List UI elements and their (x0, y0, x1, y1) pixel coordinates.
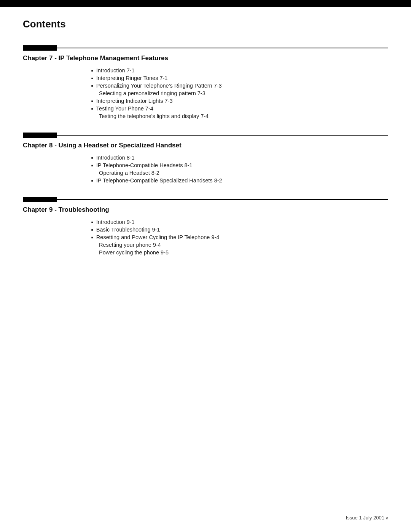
list-item: Interpreting Ringer Tones 7-1 (91, 75, 388, 81)
chapter-section-9: Chapter 9 - TroubleshootingIntroduction … (23, 197, 388, 256)
chapter-title-1: Chapter 8 - Using a Headset or Specializ… (23, 142, 388, 149)
list-item: Resetting your phone 9-4 (91, 242, 388, 248)
chapter-items-2: Introduction 9-1Basic Troubleshooting 9-… (23, 219, 388, 256)
chapter-section-8: Chapter 8 - Using a Headset or Specializ… (23, 133, 388, 184)
list-item: Selecting a personalized ringing pattern… (91, 90, 388, 96)
list-item: Testing the telephone's lights and displ… (91, 113, 388, 119)
chapter-title-2: Chapter 9 - Troubleshooting (23, 206, 388, 214)
list-item: Power cycling the phone 9-5 (91, 249, 388, 256)
content-area: Contents Chapter 7 - IP Telephone Manage… (0, 7, 411, 292)
list-item: IP Telephone-Compatible Specialized Hand… (91, 177, 388, 184)
chapter-items-0: Introduction 7-1Interpreting Ringer Tone… (23, 67, 388, 119)
list-item: Resetting and Power Cycling the IP Telep… (91, 234, 388, 240)
list-item: Introduction 9-1 (91, 219, 388, 225)
chapter-bar-accent-2 (23, 197, 57, 202)
list-item: Operating a Headset 8-2 (91, 170, 388, 176)
page-container: Contents Chapter 7 - IP Telephone Manage… (0, 0, 411, 532)
chapter-bar-line-0 (57, 48, 388, 48)
top-bar (0, 0, 411, 7)
chapter-header-bar-1 (23, 133, 388, 138)
footer: Issue 1 July 2001 v (346, 515, 388, 521)
list-item: Interpreting Indicator Lights 7-3 (91, 98, 388, 104)
top-bar-accent (0, 0, 141, 7)
chapter-header-bar-2 (23, 197, 388, 202)
list-item: Testing Your Phone 7-4 (91, 105, 388, 112)
top-bar-line (141, 3, 411, 4)
chapter-items-1: Introduction 8-1IP Telephone-Compatible … (23, 155, 388, 184)
chapter-bar-accent-0 (23, 45, 57, 51)
chapter-title-0: Chapter 7 - IP Telephone Management Feat… (23, 54, 388, 62)
chapter-section-7: Chapter 7 - IP Telephone Management Feat… (23, 45, 388, 119)
list-item: IP Telephone-Compatible Headsets 8-1 (91, 162, 388, 168)
chapter-bar-accent-1 (23, 133, 57, 138)
chapter-bar-line-2 (57, 199, 388, 200)
page-title: Contents (23, 18, 388, 30)
list-item: Introduction 8-1 (91, 155, 388, 161)
chapters-container: Chapter 7 - IP Telephone Management Feat… (23, 45, 388, 256)
chapter-header-bar-0 (23, 45, 388, 51)
list-item: Basic Troubleshooting 9-1 (91, 227, 388, 233)
list-item: Introduction 7-1 (91, 67, 388, 73)
list-item: Personalizing Your Telephone's Ringing P… (91, 83, 388, 89)
chapter-bar-line-1 (57, 135, 388, 136)
